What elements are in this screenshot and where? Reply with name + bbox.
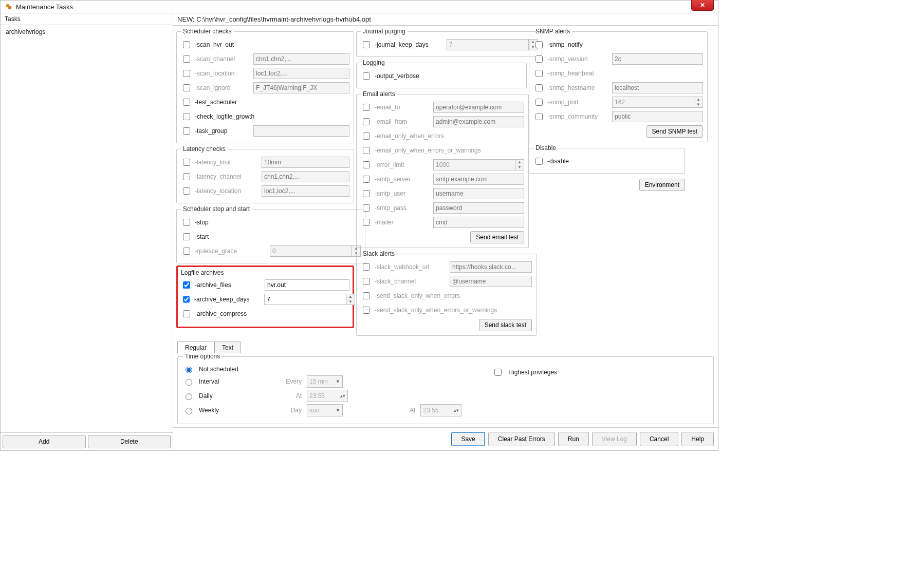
send-email-test-button[interactable]: Send email test bbox=[470, 231, 524, 243]
help-button[interactable]: Help bbox=[681, 432, 714, 446]
not-scheduled-radio[interactable] bbox=[186, 367, 192, 373]
start-checkbox[interactable] bbox=[183, 233, 190, 240]
slack-webhook-input[interactable] bbox=[450, 261, 532, 273]
close-button[interactable]: ✕ bbox=[691, 0, 714, 11]
scan-hvr-out-checkbox[interactable] bbox=[183, 41, 190, 48]
latency-limit-checkbox[interactable] bbox=[183, 159, 190, 166]
snmp-version-checkbox[interactable] bbox=[535, 55, 543, 63]
add-task-button[interactable]: Add bbox=[3, 435, 86, 448]
email-to-input[interactable] bbox=[433, 102, 524, 113]
delete-task-button[interactable]: Delete bbox=[88, 435, 171, 448]
test-scheduler-checkbox[interactable] bbox=[183, 99, 190, 106]
smtp-user-input[interactable] bbox=[433, 188, 524, 199]
smtp-pass-label: -smtp_pass bbox=[375, 204, 430, 212]
email-to-checkbox[interactable] bbox=[363, 104, 370, 111]
clear-past-errors-button[interactable]: Clear Past Errors bbox=[488, 432, 555, 446]
task-group-input[interactable] bbox=[253, 125, 349, 137]
archive-compress-checkbox[interactable] bbox=[183, 310, 190, 317]
archive-keep-days-spinner[interactable]: ▲▼ bbox=[346, 294, 355, 305]
interval-radio[interactable] bbox=[186, 379, 192, 386]
smtp-pass-input[interactable] bbox=[433, 202, 524, 214]
smtp-server-input[interactable] bbox=[433, 174, 524, 185]
scan-location-input[interactable] bbox=[253, 68, 349, 79]
snmp-heartbeat-checkbox[interactable] bbox=[535, 70, 543, 77]
save-button[interactable]: Save bbox=[451, 432, 485, 446]
highest-privileges-checkbox[interactable] bbox=[494, 369, 502, 376]
tab-text[interactable]: Text bbox=[214, 341, 241, 353]
slack-only-errors-warn-checkbox[interactable] bbox=[363, 307, 370, 314]
archive-files-checkbox[interactable] bbox=[183, 281, 190, 289]
slack-only-errors-checkbox[interactable] bbox=[363, 292, 370, 299]
scan-ignore-input[interactable] bbox=[253, 82, 349, 93]
slack-webhook-checkbox[interactable] bbox=[363, 263, 370, 271]
task-list[interactable]: archivehvrlogs bbox=[1, 25, 173, 432]
slack-channel-checkbox[interactable] bbox=[363, 278, 370, 285]
snmp-port-spinner[interactable]: ▲▼ bbox=[694, 97, 703, 108]
slack-channel-input[interactable] bbox=[450, 276, 532, 287]
quiesce-grace-checkbox[interactable] bbox=[183, 248, 190, 255]
snmp-port-label: -snmp_port bbox=[547, 99, 609, 106]
snmp-port-checkbox[interactable] bbox=[535, 99, 543, 106]
error-limit-input[interactable] bbox=[433, 159, 515, 170]
scheduler-stop-start-legend: Scheduler stop and start bbox=[181, 205, 252, 213]
weekly-radio[interactable] bbox=[186, 408, 192, 414]
snmp-community-input[interactable] bbox=[612, 111, 703, 122]
mailer-checkbox[interactable] bbox=[363, 219, 370, 226]
task-item[interactable]: archivehvrlogs bbox=[1, 25, 173, 39]
mailer-input[interactable] bbox=[433, 217, 524, 228]
tasks-pane: Tasks archivehvrlogs Add Delete bbox=[1, 13, 173, 450]
scan-ignore-checkbox[interactable] bbox=[183, 84, 190, 91]
stop-checkbox[interactable] bbox=[183, 219, 190, 226]
snmp-alerts-legend: SNMP alerts bbox=[533, 28, 572, 35]
snmp-community-checkbox[interactable] bbox=[535, 113, 543, 120]
archive-files-input[interactable] bbox=[265, 279, 349, 291]
send-slack-test-button[interactable]: Send slack test bbox=[479, 319, 532, 331]
slack-alerts-group: Slack alerts -slack_webhook_url -slack_c… bbox=[356, 250, 537, 336]
email-from-input[interactable] bbox=[433, 116, 524, 127]
snmp-version-input[interactable] bbox=[612, 53, 703, 65]
scan-location-checkbox[interactable] bbox=[183, 70, 190, 77]
latency-channel-input[interactable] bbox=[262, 171, 349, 182]
view-log-button[interactable]: View Log bbox=[592, 432, 637, 446]
snmp-hostname-checkbox[interactable] bbox=[535, 84, 543, 91]
archive-keep-days-checkbox[interactable] bbox=[183, 296, 190, 303]
journal-keep-days-input[interactable] bbox=[447, 39, 528, 50]
task-group-checkbox[interactable] bbox=[183, 127, 190, 135]
smtp-server-checkbox[interactable] bbox=[363, 176, 370, 183]
cancel-button[interactable]: Cancel bbox=[640, 432, 678, 446]
weekly-at-input[interactable]: 23:55▴▾ bbox=[420, 404, 461, 416]
scan-channel-input[interactable] bbox=[253, 53, 349, 65]
latency-location-input[interactable] bbox=[262, 185, 349, 197]
email-only-errors-checkbox[interactable] bbox=[363, 132, 370, 140]
output-verbose-checkbox[interactable] bbox=[363, 72, 370, 80]
quiesce-grace-input[interactable] bbox=[270, 245, 352, 257]
task-group-label: -task_group bbox=[195, 127, 250, 135]
smtp-pass-checkbox[interactable] bbox=[363, 204, 370, 212]
disable-checkbox[interactable] bbox=[535, 158, 543, 165]
latency-limit-input[interactable] bbox=[262, 157, 349, 168]
scan-channel-checkbox[interactable] bbox=[183, 55, 190, 63]
day-select[interactable]: sun▼ bbox=[307, 404, 343, 416]
daily-at-input[interactable]: 23:55▴▾ bbox=[307, 390, 348, 402]
journal-keep-days-checkbox[interactable] bbox=[363, 41, 370, 48]
email-only-errors-warn-checkbox[interactable] bbox=[363, 147, 370, 154]
latency-channel-checkbox[interactable] bbox=[183, 173, 190, 180]
latency-location-checkbox[interactable] bbox=[183, 187, 190, 195]
email-alerts-group: Email alerts -email_to -email_from -emai… bbox=[356, 90, 529, 248]
error-limit-spinner[interactable]: ▲▼ bbox=[515, 159, 524, 170]
send-snmp-test-button[interactable]: Send SNMP test bbox=[646, 125, 704, 138]
tab-regular[interactable]: Regular bbox=[177, 341, 214, 353]
check-logfile-growth-checkbox[interactable] bbox=[183, 113, 190, 120]
archive-keep-days-input[interactable] bbox=[264, 294, 346, 305]
email-from-checkbox[interactable] bbox=[363, 118, 370, 125]
smtp-user-checkbox[interactable] bbox=[363, 190, 370, 197]
run-button[interactable]: Run bbox=[558, 432, 589, 446]
environment-button[interactable]: Environment bbox=[639, 179, 685, 191]
daily-radio[interactable] bbox=[186, 393, 192, 400]
error-limit-checkbox[interactable] bbox=[363, 161, 370, 168]
snmp-notify-checkbox[interactable] bbox=[535, 41, 543, 48]
snmp-hostname-input[interactable] bbox=[612, 82, 703, 93]
disable-legend: Disable bbox=[533, 144, 558, 151]
snmp-port-input[interactable] bbox=[612, 97, 694, 108]
every-select[interactable]: 15 min▼ bbox=[307, 375, 343, 388]
